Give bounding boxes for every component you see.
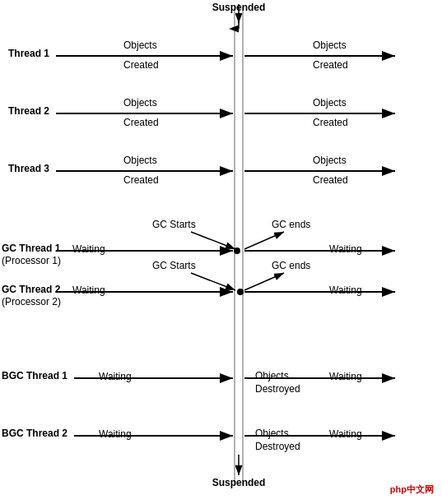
svg-line-18 [244, 273, 284, 290]
thread2-created-left: Created [123, 117, 159, 128]
svg-line-17 [191, 273, 235, 290]
gc-thread1-waiting-right: Waiting [329, 243, 362, 255]
bgc-thread1-waiting-left: Waiting [99, 371, 132, 382]
bgc-thread2-destroyed: Destroyed [255, 441, 300, 452]
svg-line-14 [244, 232, 284, 249]
bgc-thread1-label: BGC Thread 1 [2, 370, 67, 381]
gc-thread1-gc-ends: GC ends [272, 219, 310, 230]
gc-thread2-waiting-right: Waiting [329, 284, 362, 296]
thread1-created-right: Created [313, 59, 348, 71]
thread3-created-right: Created [313, 174, 348, 186]
bgc-thread1-destroyed: Destroyed [255, 383, 300, 395]
diagram: Suspended Thread 1 Objects Created Objec… [0, 0, 442, 504]
svg-point-19 [234, 247, 240, 254]
gc-thread1-label: GC Thread 1 [2, 243, 60, 254]
gc-thread2-gc-ends: GC ends [272, 260, 310, 271]
thread3-objects-right: Objects [313, 155, 347, 166]
thread1-created-left: Created [123, 59, 159, 71]
thread1-objects-left: Objects [123, 39, 157, 51]
gc-thread1-gc-starts: GC Starts [152, 219, 196, 230]
watermark: php中文网 [390, 483, 434, 496]
bgc-thread2-waiting-right: Waiting [329, 428, 362, 440]
thread1-label: Thread 1 [8, 48, 49, 59]
thread2-objects-left: Objects [123, 97, 157, 109]
svg-point-20 [237, 289, 244, 295]
bgc-thread2-objects: Objects [255, 428, 289, 439]
thread1-objects-right: Objects [313, 39, 347, 51]
thread2-created-right: Created [313, 117, 348, 128]
thread3-objects-left: Objects [123, 155, 157, 166]
gc-thread2-label: GC Thread 2 [2, 284, 60, 295]
gc-thread2-sublabel: (Processor 2) [2, 296, 61, 307]
svg-line-13 [191, 232, 235, 249]
suspended-bottom-label: Suspended [212, 477, 266, 488]
gc-thread2-gc-starts: GC Starts [152, 260, 196, 271]
thread2-label: Thread 2 [8, 105, 49, 117]
bgc-thread1-objects: Objects [255, 370, 289, 381]
bgc-thread2-waiting-left: Waiting [99, 428, 132, 440]
gc-thread1-waiting-left: Waiting [72, 243, 105, 255]
suspended-top-label: Suspended [212, 2, 266, 13]
thread3-created-left: Created [123, 174, 159, 186]
gc-thread1-sublabel: (Processor 1) [2, 255, 61, 266]
bgc-thread1-waiting-right: Waiting [329, 371, 362, 382]
bgc-thread2-label: BGC Thread 2 [2, 428, 67, 439]
thread3-label: Thread 3 [8, 163, 49, 174]
thread2-objects-right: Objects [313, 97, 347, 109]
gc-thread2-waiting-left: Waiting [72, 284, 105, 296]
